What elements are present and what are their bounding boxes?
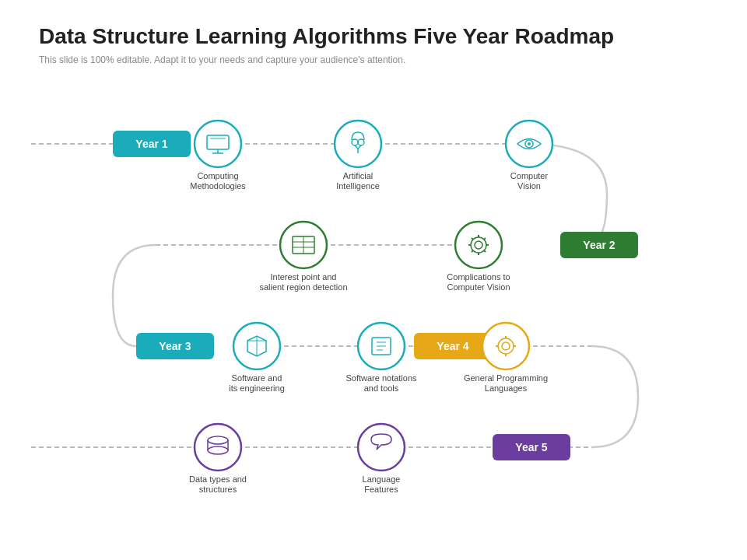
notations-label: Software notations bbox=[345, 373, 417, 383]
computing-node bbox=[195, 121, 241, 167]
software-label: Software and bbox=[232, 373, 282, 383]
language-label: Language bbox=[363, 474, 401, 484]
complications-label2: Computer Vision bbox=[447, 282, 510, 292]
gpl-node bbox=[482, 323, 529, 369]
slide-subtitle: This slide is 100% editable. Adapt it to… bbox=[39, 54, 708, 65]
slide: Data Structure Learning Algorithms Five … bbox=[0, 0, 747, 560]
notations-label2: and tools bbox=[364, 383, 399, 393]
slide-title: Data Structure Learning Algorithms Five … bbox=[39, 23, 708, 50]
year3-label: Year 3 bbox=[159, 340, 191, 352]
interest-label2: salient region detection bbox=[259, 282, 347, 292]
language-node bbox=[358, 424, 405, 471]
svg-line-34 bbox=[472, 238, 473, 240]
computing-label2: Methodologies bbox=[190, 181, 246, 191]
year1-label: Year 1 bbox=[135, 138, 167, 150]
svg-line-37 bbox=[472, 250, 473, 252]
cv-label: Computer bbox=[510, 171, 549, 180]
svg-line-36 bbox=[484, 238, 486, 240]
interest-label: Interest point and bbox=[270, 272, 336, 282]
datatypes-label2: structures bbox=[199, 485, 237, 494]
complications-label: Complications to bbox=[447, 272, 510, 282]
year5-label: Year 5 bbox=[515, 441, 547, 453]
year4-label: Year 4 bbox=[437, 340, 468, 352]
ai-label2: Intelligence bbox=[336, 181, 380, 191]
gpl-label: General Programming bbox=[464, 373, 548, 383]
cv-label2: Vision bbox=[517, 181, 541, 191]
complications-node bbox=[455, 222, 502, 268]
datatypes-label: Data types and bbox=[189, 474, 247, 484]
datatypes-node bbox=[195, 424, 241, 471]
ai-label: Artificial bbox=[343, 171, 374, 180]
language-label2: Features bbox=[364, 485, 398, 494]
year2-label: Year 2 bbox=[583, 239, 615, 251]
svg-point-23 bbox=[528, 142, 531, 145]
roadmap-diagram: Year 1 Year 2 Year 3 Year 4 Year 5 Compu… bbox=[0, 78, 747, 544]
gpl-label2: Languages bbox=[485, 383, 528, 393]
computing-label: Computing bbox=[197, 171, 238, 180]
software-label2: its engineering bbox=[229, 383, 285, 393]
svg-line-35 bbox=[484, 250, 486, 252]
